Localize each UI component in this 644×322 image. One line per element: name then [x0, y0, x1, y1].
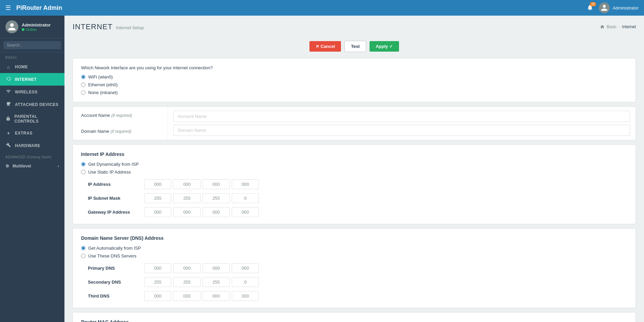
account-labels: Account Name (if required) Domain Name (… [73, 107, 168, 140]
content-area: INTERNET Internet Setup Basic › Internet… [64, 16, 644, 322]
sidebar-item-wireless[interactable]: WIRELESS [0, 86, 64, 98]
apply-button[interactable]: Apply ✓ [370, 41, 399, 52]
test-button[interactable]: Test [344, 41, 366, 52]
dns-section-title: Domain Name Server (DNS) Address [81, 235, 627, 241]
dns-rows: Primary DNS Secondary DNS Third DNS [81, 262, 627, 301]
interface-question: Which Nework Interface are you using for… [81, 65, 627, 70]
ip-address-f4[interactable] [232, 179, 259, 189]
ip-subnet-f4[interactable] [232, 193, 259, 203]
ip-rows: IP Address IP Subnet Mask Gateway IP A [81, 178, 627, 217]
sidebar-item-attached-label: ATTACHED DEVICES [15, 102, 58, 107]
ip-gateway-f4[interactable] [232, 207, 259, 217]
ip-subnet-f3[interactable] [203, 193, 230, 203]
sidebar-item-parental-label: PARENTAL CONTROLS [15, 114, 59, 124]
ip-gateway-f3[interactable] [203, 207, 230, 217]
ip-address-row: IP Address [88, 179, 627, 189]
ip-subnet-label: IP Subnet Mask [88, 196, 142, 201]
dns-third-f1[interactable] [144, 291, 171, 301]
sidebar-item-internet[interactable]: INTERNET [0, 73, 64, 86]
sidebar-section-basic: BASIC [0, 52, 64, 61]
breadcrumb-sep: › [619, 24, 620, 29]
sidebar-multilevel[interactable]: ⚙ Multilevel ‹ [0, 160, 64, 172]
interface-ethernet-radio[interactable] [81, 83, 86, 87]
sidebar-advanced-label: ADVANCED (Coming Soon) [0, 152, 64, 160]
dns-third-f2[interactable] [173, 291, 201, 301]
wireless-icon [5, 89, 12, 95]
mac-section-title: Router MAC Address [81, 319, 627, 322]
breadcrumb-home[interactable]: Basic [607, 24, 617, 29]
dns-manual-label: Use These DNS Servers [88, 253, 136, 258]
domain-name-input[interactable] [173, 125, 630, 136]
ip-section: Internet IP Address Get Dynamically from… [73, 144, 636, 224]
sidebar-item-wireless-label: WIRELESS [15, 90, 38, 94]
ip-static-radio[interactable] [81, 170, 86, 174]
interface-none-label: None (intranet) [88, 90, 118, 95]
sidebar-item-attached[interactable]: ATTACHED DEVICES [0, 98, 64, 111]
ip-section-title: Internet IP Address [81, 151, 627, 157]
dns-auto-label: Get Automatically from ISP [88, 246, 141, 251]
dns-auto-option[interactable]: Get Automatically from ISP [81, 246, 627, 251]
interface-wifi-option[interactable]: WiFi (wlan0) [81, 74, 627, 79]
dns-third-label: Third DNS [88, 293, 142, 299]
interface-wifi-radio[interactable] [81, 75, 86, 79]
ip-address-f3[interactable] [203, 179, 230, 189]
dns-manual-radio[interactable] [81, 254, 86, 258]
dns-primary-f2[interactable] [173, 263, 201, 273]
interface-none-radio[interactable] [81, 90, 86, 95]
interface-ethernet-label: Ethernet (eth0) [88, 82, 118, 87]
account-name-label: Account Name (if required) [81, 113, 159, 118]
ip-subnet-row: IP Subnet Mask [88, 193, 627, 203]
ip-address-f1[interactable] [144, 179, 171, 189]
ip-gateway-f2[interactable] [173, 207, 201, 217]
sidebar-item-home[interactable]: ⌂ HOME [0, 61, 64, 73]
home-icon: ⌂ [5, 64, 12, 70]
dns-manual-option[interactable]: Use These DNS Servers [81, 253, 627, 258]
sidebar-search [0, 38, 64, 52]
ip-dynamic-radio[interactable] [81, 162, 86, 166]
dns-primary-f4[interactable] [232, 263, 259, 273]
ip-dynamic-option[interactable]: Get Dynamically from ISP [81, 162, 627, 167]
sidebar-item-hardware-label: HARDWARE [15, 143, 40, 148]
notification-bell[interactable]: 28 [587, 4, 593, 12]
action-bar: ✕ Cancel Test Apply ✓ [73, 37, 636, 58]
sidebar-item-extras[interactable]: + EXTRAS [0, 127, 64, 139]
dns-third-row: Third DNS [88, 291, 627, 301]
chevron-left-icon: ‹ [58, 164, 59, 168]
cancel-button[interactable]: ✕ Cancel [309, 41, 341, 52]
interface-ethernet-option[interactable]: Ethernet (eth0) [81, 82, 627, 87]
ip-address-f2[interactable] [173, 179, 201, 189]
ip-gateway-row: Gateway IP Address [88, 207, 627, 217]
avatar [599, 2, 610, 13]
dns-secondary-f4[interactable] [232, 277, 259, 287]
dns-primary-f1[interactable] [144, 263, 171, 273]
dns-third-f4[interactable] [232, 291, 259, 301]
admin-menu[interactable]: Administrator [599, 2, 639, 13]
account-name-input[interactable] [173, 111, 630, 122]
sidebar: Administrator Online BASIC ⌂ HOME INTERN… [0, 16, 64, 322]
account-inputs [168, 107, 636, 140]
dns-secondary-f1[interactable] [144, 277, 171, 287]
dns-primary-f3[interactable] [203, 263, 230, 273]
hamburger-icon[interactable]: ☰ [5, 4, 11, 12]
ip-dynamic-label: Get Dynamically from ISP [88, 162, 139, 167]
bell-badge: 28 [590, 2, 596, 6]
search-input[interactable] [3, 41, 61, 49]
attached-icon [5, 102, 12, 107]
dns-third-f3[interactable] [203, 291, 230, 301]
ip-gateway-f1[interactable] [144, 207, 171, 217]
dns-auto-radio[interactable] [81, 246, 86, 250]
ip-subnet-f2[interactable] [173, 193, 201, 203]
interface-wifi-label: WiFi (wlan0) [88, 74, 113, 79]
interface-none-option[interactable]: None (intranet) [81, 90, 627, 95]
dns-secondary-f3[interactable] [203, 277, 230, 287]
ip-subnet-f1[interactable] [144, 193, 171, 203]
topnav-right: 28 Administrator [587, 2, 639, 13]
mac-section: Router MAC Address [73, 312, 636, 322]
sidebar-item-hardware[interactable]: HARDWARE [0, 139, 64, 152]
ip-static-option[interactable]: Use Static IP Address [81, 169, 627, 175]
ip-static-label: Use Static IP Address [88, 169, 131, 175]
page-subtitle: Internet Setup [116, 25, 144, 30]
dns-secondary-f2[interactable] [173, 277, 201, 287]
sidebar-item-parental[interactable]: PARENTAL CONTROLS [0, 111, 64, 127]
dns-secondary-row: Secondary DNS [88, 277, 627, 287]
